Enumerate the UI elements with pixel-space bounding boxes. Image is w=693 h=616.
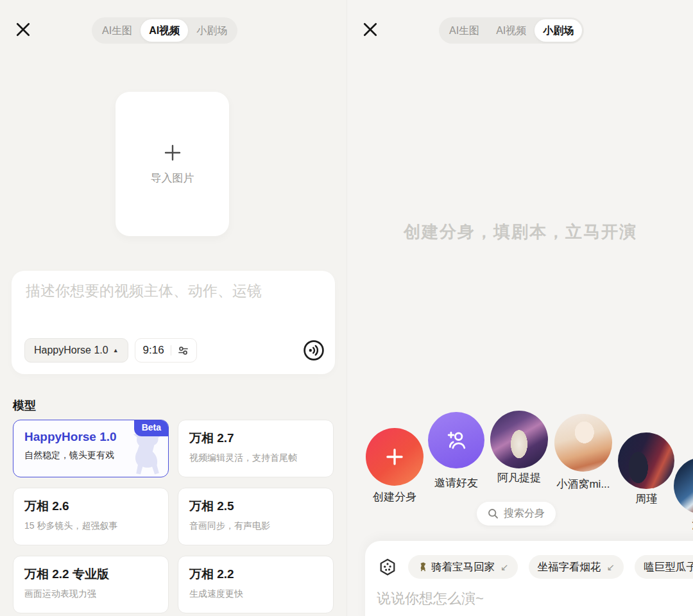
voice-wave-icon[interactable] [303, 339, 325, 361]
model-name: 万相 2.2 专业版 [24, 566, 157, 583]
model-desc: 15 秒多镜头，超强叙事 [24, 520, 157, 532]
model-desc: 音画同步，有声电影 [189, 520, 322, 532]
avatar-afanti[interactable] [490, 411, 548, 468]
prompt-card: HappyHorse 1.0 ▲ 9:16 [12, 271, 335, 374]
model-desc: 画面运动表现力强 [24, 588, 157, 600]
search-avatar-label: 搜索分身 [504, 507, 545, 520]
plus-icon [163, 143, 182, 162]
model-selector-label: HappyHorse 1.0 [34, 345, 108, 356]
avatar-partial[interactable] [674, 458, 693, 514]
suggestion-chip-fireworks[interactable]: 坐福字看烟花 ↙ [529, 555, 624, 579]
avatar-label-zhoujin: 周瑾 [635, 492, 657, 506]
arrow-down-left-icon: ↙ [607, 561, 615, 573]
model-card-happyhorse-1-0[interactable]: Beta HappyHorse 1.0 自然稳定，镜头更有戏 [13, 420, 169, 477]
tab-ai-video[interactable]: AI视频 [488, 19, 535, 42]
tab-ai-image[interactable]: AI生图 [94, 19, 141, 42]
model-card-wanxiang-2-7[interactable]: 万相 2.7 视频编辑灵活，支持首尾帧 [178, 420, 334, 477]
model-selector-pill[interactable]: HappyHorse 1.0 ▲ [24, 338, 128, 363]
model-desc: 生成速度更快 [189, 588, 322, 600]
screen-mini-theater: AI生图 AI视频 小剧场 创建分身，填剧本，立马开演 创建分身 邀请好友 阿凡… [346, 0, 693, 616]
mode-tabbar: AI生图 AI视频 小剧场 [439, 17, 584, 44]
model-name: 万相 2.5 [189, 498, 322, 515]
avatar-label-invite: 邀请好友 [434, 475, 478, 490]
model-card-wanxiang-2-6[interactable]: 万相 2.6 15 秒多镜头，超强叙事 [13, 488, 169, 545]
model-grid: Beta HappyHorse 1.0 自然稳定，镜头更有戏 万相 2.7 视频… [13, 420, 334, 613]
sliders-icon [178, 345, 189, 356]
avatar-zhoujin[interactable] [618, 432, 674, 489]
tab-ai-image[interactable]: AI生图 [441, 19, 488, 42]
close-icon[interactable] [14, 21, 32, 38]
model-desc: 自然稳定，镜头更有戏 [24, 450, 157, 461]
model-name: HappyHorse 1.0 [24, 430, 157, 444]
import-image-label: 导入图片 [151, 171, 194, 185]
model-card-wanxiang-2-2[interactable]: 万相 2.2 生成速度更快 [178, 556, 334, 613]
dice-icon[interactable] [378, 558, 397, 577]
avatar-label-create: 创建分身 [373, 490, 416, 504]
arrow-down-left-icon: ↙ [501, 561, 509, 573]
model-desc: 视频编辑灵活，支持首尾帧 [189, 452, 322, 464]
close-icon[interactable] [361, 21, 379, 38]
chip-label: 骑着宝马回家 [431, 560, 495, 574]
composer-card: 骑着宝马回家 ↙ 坐福字看烟花 ↙ 嗑巨型瓜子 [365, 541, 693, 616]
create-avatar-button[interactable] [366, 428, 424, 486]
avatar-xiaojiuwo[interactable] [554, 414, 612, 472]
search-icon [488, 508, 499, 519]
invite-friends-button[interactable] [428, 412, 484, 468]
plus-icon [382, 445, 407, 469]
model-name: 万相 2.6 [24, 498, 157, 515]
model-name: 万相 2.2 [189, 566, 322, 583]
models-section-title: 模型 [13, 398, 36, 413]
script-input[interactable] [375, 590, 647, 608]
prompt-input[interactable] [24, 280, 322, 329]
aspect-ratio-pill[interactable]: 9:16 [135, 338, 197, 363]
aspect-ratio-label: 9:16 [143, 344, 164, 357]
tab-mini-theater[interactable]: 小剧场 [188, 19, 235, 42]
suggestion-row: 骑着宝马回家 ↙ 坐福字看烟花 ↙ 嗑巨型瓜子 [378, 555, 693, 579]
suggestion-chip-sunflower-seeds[interactable]: 嗑巨型瓜子 [635, 555, 693, 579]
mode-tabbar: AI生图 AI视频 小剧场 [92, 17, 237, 44]
avatar-label-xiaojiuwo: 小酒窝mi... [556, 477, 610, 492]
prompt-controls: HappyHorse 1.0 ▲ 9:16 [24, 338, 325, 363]
screen-ai-video: AI生图 AI视频 小剧场 导入图片 HappyHorse 1.0 ▲ 9:16 [0, 0, 346, 616]
chevron-up-icon: ▲ [113, 347, 119, 354]
tab-mini-theater[interactable]: 小剧场 [535, 19, 582, 42]
chip-label: 坐福字看烟花 [538, 560, 601, 574]
model-name: 万相 2.7 [189, 430, 322, 447]
import-image-card[interactable]: 导入图片 [116, 92, 229, 236]
divider [171, 345, 171, 355]
chip-label: 嗑巨型瓜子 [644, 560, 693, 574]
tab-ai-video[interactable]: AI视频 [141, 19, 188, 42]
add-friend-icon [443, 427, 470, 454]
empty-state-tagline: 创建分身，填剧本，立马开演 [347, 221, 693, 243]
model-card-wanxiang-2-2-pro[interactable]: 万相 2.2 专业版 画面运动表现力强 [13, 556, 169, 613]
model-card-wanxiang-2-5[interactable]: 万相 2.5 音画同步，有声电影 [178, 488, 334, 545]
avatar-label-afanti: 阿凡提提 [497, 470, 541, 485]
horse-icon [417, 561, 428, 572]
suggestion-chip-horse-home[interactable]: 骑着宝马回家 ↙ [408, 555, 518, 579]
search-avatar-pill[interactable]: 搜索分身 [477, 502, 556, 526]
